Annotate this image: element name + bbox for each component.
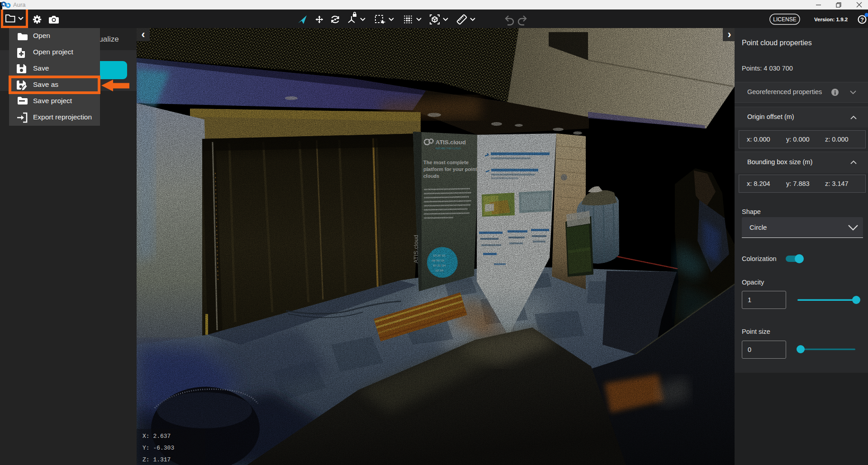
svg-text:?: ? [860, 17, 864, 23]
svg-text:Version: 1.9.2: Version: 1.9.2 [814, 17, 848, 22]
svg-text:LICENSE: LICENSE [773, 16, 796, 23]
